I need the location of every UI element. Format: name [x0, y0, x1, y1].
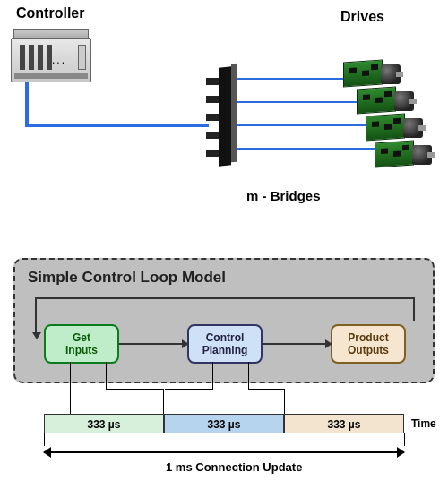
stage-product-outputs: Product Outputs [331, 324, 406, 364]
network-topology-diagram: Controller Drives ... [0, 0, 448, 242]
drive-link [237, 101, 358, 103]
drive-link [237, 124, 367, 126]
time-axis-label: Time [411, 417, 436, 430]
connector-line [248, 389, 284, 390]
connector-line [70, 362, 71, 414]
total-span-label: 1 ms Connection Update [166, 460, 302, 474]
model-box: Simple Control Loop Model Get Inputs Con… [13, 258, 435, 383]
model-title: Simple Control Loop Model [28, 269, 226, 287]
control-loop-diagram: Simple Control Loop Model Get Inputs Con… [13, 258, 435, 482]
connector-line [212, 362, 213, 389]
drive-link [237, 78, 345, 80]
connector-line [163, 389, 164, 414]
connector-line [165, 389, 213, 390]
time-segment: 333 µs [164, 414, 284, 433]
connector-line [106, 389, 163, 390]
connector-line [248, 362, 249, 389]
cable-segment [25, 82, 29, 127]
controller-plc-icon: ... [11, 29, 91, 82]
drive-board-icon [375, 136, 424, 168]
connector-line [284, 389, 285, 414]
time-segment: 333 µs [44, 414, 164, 433]
time-segment: 333 µs [284, 414, 404, 433]
stage-get-inputs: Get Inputs [44, 324, 119, 364]
controller-label: Controller [16, 5, 84, 21]
stage-control-planning: Control Planning [187, 324, 263, 364]
cable-segment [25, 124, 209, 127]
bridges-switch-icon [206, 67, 242, 166]
bridges-label: m - Bridges [246, 188, 321, 203]
total-span-arrow [44, 446, 404, 459]
timeline: 333 µs 333 µs 333 µs [44, 414, 404, 433]
drive-link [237, 148, 376, 150]
connector-line [106, 362, 107, 389]
drives-label: Drives [340, 9, 384, 25]
